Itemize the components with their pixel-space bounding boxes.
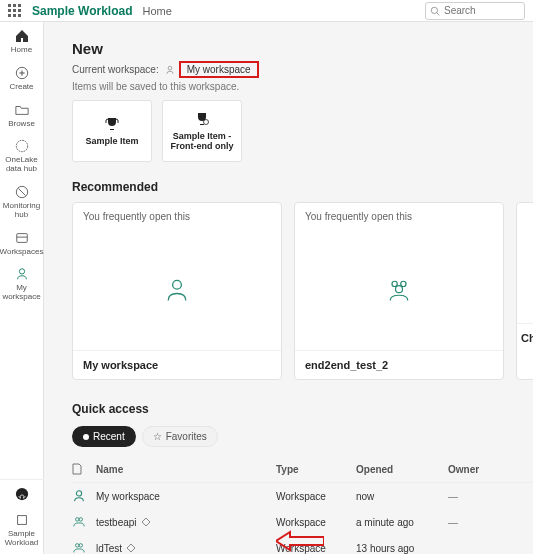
group-icon bbox=[72, 515, 86, 529]
workload-icon bbox=[14, 512, 30, 528]
svg-point-0 bbox=[431, 7, 437, 13]
tab-favorites-label: Favorites bbox=[166, 431, 207, 442]
svg-point-19 bbox=[76, 491, 81, 496]
app-title[interactable]: Sample Workload bbox=[32, 4, 132, 18]
recommended-card-reason: You frequently open this bbox=[73, 203, 281, 230]
col-owner[interactable]: Owner bbox=[448, 464, 508, 475]
recommended-title: Recommended bbox=[72, 180, 533, 194]
row-type: Workspace bbox=[276, 491, 356, 502]
svg-rect-8 bbox=[16, 233, 27, 242]
recommended-card-name: Ch bbox=[517, 323, 533, 352]
workspaces-icon bbox=[14, 230, 30, 246]
nav-github[interactable] bbox=[0, 479, 44, 508]
svg-point-21 bbox=[79, 518, 83, 522]
nav-monitoring[interactable]: Monitoring hub bbox=[0, 180, 44, 226]
row-opened: a minute ago bbox=[356, 517, 448, 528]
svg-point-18 bbox=[396, 286, 403, 293]
recommended-card-reason: You frequently open this bbox=[295, 203, 503, 230]
row-owner: — bbox=[448, 517, 508, 528]
monitor-icon bbox=[14, 184, 30, 200]
group-icon bbox=[72, 541, 86, 554]
row-name: ldTest bbox=[96, 543, 122, 554]
table-row[interactable]: testbeapi Workspace a minute ago — bbox=[72, 509, 533, 535]
svg-point-14 bbox=[204, 119, 209, 124]
row-type: Workspace bbox=[276, 543, 356, 554]
recommended-card-name: My workspace bbox=[73, 350, 281, 379]
app-launcher-icon[interactable] bbox=[8, 4, 22, 18]
recommended-card[interactable]: You frequently open this My workspace bbox=[72, 202, 282, 380]
plus-circle-icon bbox=[14, 65, 30, 81]
current-workspace-label: Current workspace: bbox=[72, 64, 159, 75]
svg-point-16 bbox=[392, 281, 397, 286]
table-row[interactable]: ldTest Workspace 13 hours ago bbox=[72, 535, 533, 554]
svg-point-10 bbox=[19, 269, 24, 274]
tile-sample-item-frontend[interactable]: Sample Item - Front-end only bbox=[162, 100, 242, 162]
col-icon bbox=[72, 463, 96, 477]
nav-browse[interactable]: Browse bbox=[0, 98, 44, 135]
svg-point-17 bbox=[401, 281, 406, 286]
nav-my-workspace[interactable]: My workspace bbox=[0, 262, 44, 308]
row-opened: 13 hours ago bbox=[356, 543, 448, 554]
new-section-title: New bbox=[72, 40, 533, 57]
person-small-icon bbox=[165, 65, 175, 75]
svg-point-13 bbox=[168, 66, 172, 70]
onelake-icon bbox=[14, 138, 30, 154]
svg-point-23 bbox=[79, 544, 83, 548]
star-icon: ☆ bbox=[153, 431, 162, 442]
person-icon bbox=[72, 489, 86, 503]
recommended-card[interactable]: You frequently open this end2end_test_2 bbox=[294, 202, 504, 380]
main-content: New Current workspace: My workspace Item… bbox=[44, 22, 533, 554]
recommended-card-name: end2end_test_2 bbox=[295, 350, 503, 379]
trophy-icon bbox=[104, 116, 120, 132]
tile-sample-item[interactable]: Sample Item bbox=[72, 100, 152, 162]
svg-point-5 bbox=[16, 141, 27, 152]
document-icon bbox=[72, 463, 82, 475]
svg-line-7 bbox=[18, 188, 25, 195]
workspace-person-icon bbox=[163, 276, 191, 304]
svg-point-11 bbox=[15, 488, 27, 500]
search-input[interactable] bbox=[444, 5, 514, 16]
current-workspace-name[interactable]: My workspace bbox=[179, 61, 259, 78]
nav-onelake[interactable]: OneLake data hub bbox=[0, 134, 44, 180]
home-icon bbox=[14, 28, 30, 44]
workspace-group-icon bbox=[385, 276, 413, 304]
github-icon bbox=[14, 486, 30, 502]
tab-recent-label: Recent bbox=[93, 431, 125, 442]
svg-point-22 bbox=[76, 544, 80, 548]
nav-sample-workload[interactable]: Sample Workload bbox=[0, 508, 44, 554]
col-type[interactable]: Type bbox=[276, 464, 356, 475]
trophy-cog-icon bbox=[194, 111, 210, 127]
col-opened[interactable]: Opened bbox=[356, 464, 448, 475]
nav-workspaces[interactable]: Workspaces bbox=[0, 226, 44, 263]
quick-access-table: Name Type Opened Owner My workspace Work… bbox=[72, 457, 533, 554]
search-icon bbox=[430, 6, 440, 16]
nav-home[interactable]: Home bbox=[0, 24, 44, 61]
breadcrumb-home[interactable]: Home bbox=[142, 5, 171, 17]
tab-favorites[interactable]: ☆ Favorites bbox=[142, 426, 218, 447]
diamond-icon bbox=[141, 517, 151, 527]
recommended-card[interactable]: Ch bbox=[516, 202, 533, 380]
svg-rect-12 bbox=[17, 516, 26, 525]
nav-create[interactable]: Create bbox=[0, 61, 44, 98]
search-box[interactable] bbox=[425, 2, 525, 20]
person-icon bbox=[14, 266, 30, 282]
svg-point-15 bbox=[173, 280, 182, 289]
svg-point-20 bbox=[76, 518, 80, 522]
new-section-hint: Items will be saved to this workspace. bbox=[72, 81, 533, 92]
row-name: My workspace bbox=[96, 491, 160, 502]
clock-dot-icon bbox=[83, 434, 89, 440]
left-nav-rail: Home Create Browse OneLake data hub Moni… bbox=[0, 22, 44, 554]
svg-line-1 bbox=[437, 12, 440, 15]
tile-label: Sample Item bbox=[81, 136, 142, 146]
quick-access-title: Quick access bbox=[72, 402, 533, 416]
row-opened: now bbox=[356, 491, 448, 502]
folder-icon bbox=[14, 102, 30, 118]
row-name: testbeapi bbox=[96, 517, 137, 528]
tile-label: Sample Item - Front-end only bbox=[163, 131, 241, 152]
row-type: Workspace bbox=[276, 517, 356, 528]
diamond-icon bbox=[126, 543, 136, 553]
row-owner: — bbox=[448, 491, 508, 502]
table-row[interactable]: My workspace Workspace now — bbox=[72, 483, 533, 509]
col-name[interactable]: Name bbox=[96, 464, 276, 475]
tab-recent[interactable]: Recent bbox=[72, 426, 136, 447]
